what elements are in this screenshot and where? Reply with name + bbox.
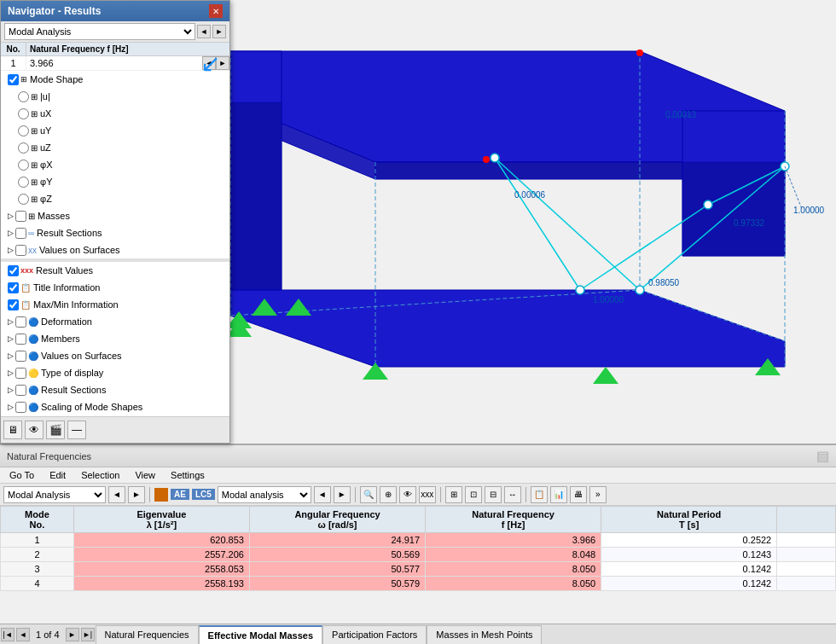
result-prev-btn[interactable]: ◄	[314, 486, 331, 503]
result-next-btn[interactable]: ►	[334, 486, 351, 503]
result-sections-2-check[interactable]	[15, 385, 26, 396]
result-values-check[interactable]	[8, 265, 19, 276]
toolbar-screen-btn[interactable]: 🖥	[3, 421, 22, 439]
tree-item-uy[interactable]: ⊞ uY	[1, 122, 229, 139]
result-sections-1-expand[interactable]: ▷	[8, 229, 14, 237]
tree-item-maxmin-info[interactable]: 📋 Max/Min Information	[1, 296, 229, 313]
uz-radio[interactable]	[18, 142, 29, 154]
values-surfaces-1-check[interactable]	[15, 245, 26, 256]
phiz-label: φZ	[40, 194, 52, 204]
tree-item-ux[interactable]: ⊞ uX	[1, 105, 229, 122]
tab-natural-frequencies[interactable]: Natural Frequencies	[96, 625, 199, 644]
menu-view[interactable]: View	[132, 469, 158, 481]
members-expand[interactable]: ▷	[8, 334, 14, 343]
page-last-btn[interactable]: ►|	[81, 628, 95, 641]
tree-item-type-display[interactable]: ▷ 🟡 Type of display	[1, 364, 229, 381]
menu-goto[interactable]: Go To	[7, 469, 37, 481]
result-dropdown[interactable]: Modal analysis	[218, 486, 311, 503]
navigator-content: No. Natural Frequency f [Hz] 1 3.966 ◄ ►…	[1, 43, 229, 416]
result-sections-2-icon: 🔵	[28, 386, 38, 395]
tree-item-deformation[interactable]: ▷ 🔵 Deformation	[1, 313, 229, 330]
sep-1	[149, 487, 150, 502]
tree-item-result-values[interactable]: xxx Result Values	[1, 262, 229, 279]
result-sections-1-check[interactable]	[15, 228, 26, 239]
members-check[interactable]	[15, 334, 26, 345]
tool-btn-9[interactable]: 📋	[531, 486, 548, 503]
tool-btn-3[interactable]: 👁	[399, 486, 416, 503]
masses-check[interactable]	[15, 211, 26, 222]
tree-item-scaling[interactable]: ▷ 🔵 Scaling of Mode Shapes	[1, 398, 229, 415]
page-prev-btn[interactable]: ◄	[16, 628, 30, 641]
tool-btn-1[interactable]: 🔍	[360, 486, 377, 503]
u-abs-radio[interactable]	[18, 91, 29, 102]
maxmin-check[interactable]	[8, 299, 19, 310]
tab-masses-mesh[interactable]: Masses in Mesh Points	[427, 625, 542, 644]
freq-next-btn[interactable]: ►	[216, 56, 229, 70]
deformation-check[interactable]	[15, 316, 26, 328]
page-info: 1 of 4	[31, 629, 65, 640]
svg-text:0.97332: 0.97332	[734, 218, 765, 228]
prev-arrow-btn[interactable]: ◄	[197, 25, 211, 38]
page-next-btn[interactable]: ►	[66, 628, 79, 641]
mode-4: 4	[1, 577, 74, 591]
tree-item-result-sections-2[interactable]: ▷ 🔵 Result Sections	[1, 381, 229, 398]
analysis-dropdown[interactable]: Modal Analysis	[4, 23, 195, 40]
tree-item-members[interactable]: ▷ 🔵 Members	[1, 330, 229, 347]
tool-btn-10[interactable]: 📊	[550, 486, 567, 503]
title-info-check[interactable]	[8, 282, 19, 293]
tree-item-mode-shape[interactable]: ⊞ Mode Shape	[1, 71, 229, 88]
deformation-expand[interactable]: ▷	[8, 317, 14, 326]
tab-effective-modal[interactable]: Effective Modal Masses	[199, 625, 323, 644]
tree-item-uz[interactable]: ⊞ uZ	[1, 139, 229, 156]
values-surfaces-2-check[interactable]	[15, 351, 26, 362]
col-mode-header: ModeNo.	[1, 507, 74, 533]
masses-expand[interactable]: ▷	[8, 212, 14, 220]
type-display-expand[interactable]: ▷	[8, 368, 14, 377]
tool-btn-7[interactable]: ⊟	[485, 486, 502, 503]
phiy-radio[interactable]	[18, 177, 29, 188]
tab-participation[interactable]: Participation Factors	[322, 625, 427, 644]
menu-edit[interactable]: Edit	[47, 469, 68, 481]
toolbar-eye-btn[interactable]: 👁	[25, 421, 44, 439]
next-arrow-btn[interactable]: ►	[212, 25, 226, 38]
freq-data-row[interactable]: 1 3.966 ◄ ►	[1, 56, 229, 71]
tree-item-masses[interactable]: ▷ ⊞ Masses	[1, 207, 229, 224]
analysis-dropdown-2[interactable]: Modal Analysis	[3, 486, 106, 503]
type-display-check[interactable]	[15, 368, 26, 379]
freq-prev-btn[interactable]: ◄	[202, 56, 216, 70]
tree-item-values-surfaces-1[interactable]: ▷ xx Values on Surfaces	[1, 241, 229, 258]
tool-btn-4[interactable]: xxx	[419, 486, 436, 503]
toolbar-dash-btn[interactable]: —	[67, 421, 86, 439]
toolbar-camera-btn[interactable]: 🎬	[46, 421, 65, 439]
menu-settings[interactable]: Settings	[168, 469, 207, 481]
analysis-prev-btn[interactable]: ◄	[108, 486, 125, 503]
ux-radio[interactable]	[18, 108, 29, 119]
tool-btn-5[interactable]: ⊞	[445, 486, 462, 503]
tool-btn-11[interactable]: 🖶	[570, 486, 587, 503]
tree-item-title-info[interactable]: 📋 Title Information	[1, 279, 229, 296]
tree-item-phix[interactable]: ⊞ φX	[1, 156, 229, 173]
phiz-radio[interactable]	[18, 194, 29, 205]
mode-shape-check[interactable]	[8, 74, 19, 85]
tree-item-values-surfaces-2[interactable]: ▷ 🔵 Values on Surfaces	[1, 347, 229, 364]
menu-selection[interactable]: Selection	[78, 469, 122, 481]
tool-btn-8[interactable]: ↔	[504, 486, 521, 503]
phix-radio[interactable]	[18, 160, 29, 171]
members-label: Members	[41, 334, 80, 344]
tree-item-u-abs[interactable]: ⊞ |u|	[1, 88, 229, 105]
tool-btn-2[interactable]: ⊕	[380, 486, 397, 503]
page-first-btn[interactable]: |◄	[1, 628, 15, 641]
scaling-expand[interactable]: ▷	[8, 403, 14, 411]
scaling-check[interactable]	[15, 402, 26, 413]
analysis-next-btn[interactable]: ►	[128, 486, 145, 503]
tree-item-phiz[interactable]: ⊞ φZ	[1, 190, 229, 207]
uy-radio[interactable]	[18, 125, 29, 136]
tool-btn-more[interactable]: »	[589, 486, 607, 503]
tree-item-phiy[interactable]: ⊞ φY	[1, 173, 229, 190]
result-sections-2-expand[interactable]: ▷	[8, 386, 14, 394]
values-surfaces-2-expand[interactable]: ▷	[8, 351, 14, 360]
values-surfaces-1-expand[interactable]: ▷	[8, 246, 14, 254]
tool-btn-6[interactable]: ⊡	[465, 486, 482, 503]
tree-item-result-sections-1[interactable]: ▷ ═ Result Sections	[1, 224, 229, 241]
close-button[interactable]: ✕	[209, 4, 223, 18]
